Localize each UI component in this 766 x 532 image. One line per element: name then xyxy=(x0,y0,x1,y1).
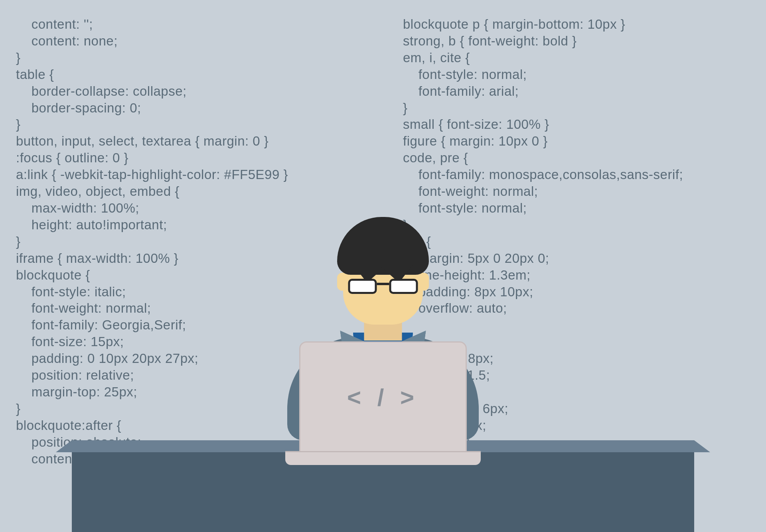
ear-right xyxy=(419,273,429,291)
lens-right xyxy=(389,279,418,294)
ear-left xyxy=(337,273,347,291)
lens-left xyxy=(348,279,377,294)
laptop-base xyxy=(285,451,481,465)
hair xyxy=(337,217,429,275)
glasses-bridge xyxy=(377,283,389,285)
laptop: < / > xyxy=(299,341,467,453)
code-bracket-icon: < / > xyxy=(347,384,419,411)
glasses-icon xyxy=(348,279,418,295)
head xyxy=(343,221,423,325)
laptop-screen: < / > xyxy=(299,341,467,453)
